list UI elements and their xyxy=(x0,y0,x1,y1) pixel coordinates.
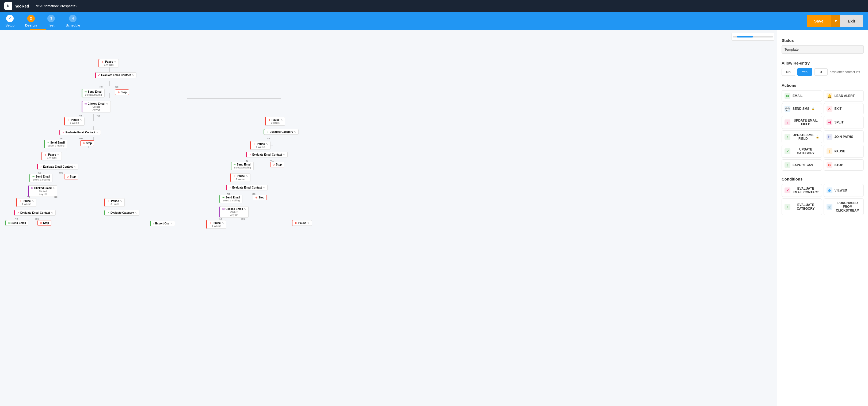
condition-purchased[interactable]: 🛒 PURCHASED FROM CLICKSTREAM xyxy=(824,198,864,215)
condition-eval-email[interactable]: ✓ EVALUATE EMAIL CONTACT xyxy=(782,184,822,197)
sidebar: Status Allow Re-entry No Yes days after … xyxy=(777,30,868,406)
node-stop-left[interactable]: ⊘ Stop xyxy=(80,140,94,146)
node-eval-email-right[interactable]: ✓ Evaluate Email Contact ✎ xyxy=(246,152,288,157)
branch-yes-2: Yes xyxy=(96,114,100,117)
lead-alert-label: LEAD ALERT xyxy=(835,94,855,98)
days-after-label: days after contact left xyxy=(830,70,860,74)
node-send-email-far-right[interactable]: ✉ Send Email Select a mailing xyxy=(219,195,242,203)
node-clicked-email-lower[interactable]: ✉ Clicked Email ✎ Clicked Any Url xyxy=(28,185,57,197)
node-pause-left-1[interactable]: ⏸ Pause ✎ 1 Weeks xyxy=(64,117,85,125)
join-paths-label: JOIN PATHS xyxy=(835,135,853,139)
node-eval-email-bottom[interactable]: ✓ Evaluate Email Contact ✎ xyxy=(14,210,56,215)
divider-3 xyxy=(782,173,864,173)
logo-icon: N xyxy=(4,2,12,10)
node-eval-cat-mid[interactable]: ✓ Evaluate Category ✎ xyxy=(104,210,140,215)
email-action-icon: ✉ xyxy=(784,93,790,99)
canvas[interactable]: ⏸ Pause ✎ 1 Weeks ✓ Evaluate Email Conta… xyxy=(0,30,777,406)
node-send-email-bottom[interactable]: ✉ Send Email xyxy=(5,220,28,226)
action-update-category[interactable]: ✓ UPDATE CATEGORY xyxy=(782,145,822,158)
branch-no-right: No xyxy=(267,137,270,140)
node-send-email-left-2[interactable]: ✉ Send Email Select a mailing xyxy=(29,174,53,182)
node-pause-far-right-bottom[interactable]: ⏸ Pause ✎ xyxy=(292,220,312,226)
node-eval-email-left-2[interactable]: ✓ Evaluate Email Contact ✎ xyxy=(37,164,79,170)
update-sms-icon: ↑ xyxy=(784,134,790,140)
canvas-inner[interactable]: ⏸ Pause ✎ 1 Weeks ✓ Evaluate Email Conta… xyxy=(0,30,777,406)
automation-name: Prospecta2 xyxy=(60,4,77,8)
node-pause-left-2[interactable]: ⏸ Pause ✎ 1 Weeks xyxy=(41,152,62,161)
action-pause[interactable]: ⏸ PAUSE xyxy=(824,145,864,158)
update-email-label: UPDATE EMAIL FIELD xyxy=(793,119,819,126)
stop-action-icon: ⊘ xyxy=(827,162,832,168)
status-field xyxy=(782,45,864,54)
sms-lock-icon: 🔒 xyxy=(811,107,815,110)
step-setup[interactable]: ✓ Setup xyxy=(5,15,14,27)
export-csv-icon: ↑ xyxy=(784,162,790,168)
step-design-label: Design xyxy=(25,23,37,27)
action-exit[interactable]: ✕ EXIT xyxy=(824,103,864,114)
eval-email-icon: ✓ xyxy=(784,187,790,193)
action-lead-alert[interactable]: 🔔 LEAD ALERT xyxy=(824,90,864,102)
save-dropdown-button[interactable]: ▼ xyxy=(831,15,840,27)
exit-button[interactable]: Exit xyxy=(840,15,863,27)
action-send-sms[interactable]: 💬 SEND SMS 🔒 xyxy=(782,103,822,114)
branch-no-far-right-2: No xyxy=(219,218,223,220)
node-pause-mid[interactable]: ⏸ Pause ✎ 3 Hours xyxy=(104,198,125,207)
days-input[interactable] xyxy=(814,68,828,76)
step-design[interactable]: 2 Design xyxy=(25,15,37,27)
export-csv-label: EXPORT CSV xyxy=(793,163,813,167)
branch-no-2: No xyxy=(79,114,82,117)
node-stop-far-right[interactable]: ⊘ Stop xyxy=(253,195,267,200)
action-split[interactable]: ⊣ SPLIT xyxy=(824,116,864,129)
save-button[interactable]: Save xyxy=(807,15,831,27)
viewed-icon: ⊙ xyxy=(827,187,832,193)
branch-yes-far-right-2: Yes xyxy=(241,218,245,220)
send-sms-label: SEND SMS xyxy=(793,107,809,111)
node-pause-bottom-left[interactable]: ⏸ Pause ✎ 1 Weeks xyxy=(16,198,36,207)
node-stop-bottom[interactable]: ⊘ Stop xyxy=(37,220,51,226)
node-pause-right-3[interactable]: ⏸ Pause ✎ 1 Weeks xyxy=(230,173,250,182)
step-schedule-label: Schedule xyxy=(66,23,80,27)
status-input[interactable] xyxy=(782,45,864,54)
step-setup-circle: ✓ xyxy=(6,15,13,22)
action-join-paths[interactable]: ⊢ JOIN PATHS xyxy=(824,130,864,143)
node-clicked-email-1[interactable]: ✉ Clicked Email ✎ Clicked Any Url xyxy=(82,101,111,113)
viewed-label: VIEWED xyxy=(835,188,847,192)
node-send-email-left-no[interactable]: ✉ Send Email Select a mailing xyxy=(44,140,67,148)
node-stop-1[interactable]: ⊘ Stop xyxy=(115,89,129,95)
branch-no-3: No xyxy=(60,137,63,140)
step-test-label: Test xyxy=(48,23,54,27)
branch-yes-3: Yes xyxy=(79,137,83,140)
node-clicked-far-right[interactable]: ✉ Clicked Email ✎ Clicked Any Url xyxy=(219,206,249,218)
node-export-csv-bottom[interactable]: ↑ Export Csv ✎ xyxy=(150,221,175,226)
node-send-email-1[interactable]: ✉ Send Email Select a mailing xyxy=(82,89,104,97)
exit-action-label: EXIT xyxy=(835,107,842,111)
sms-field-lock-icon: 🔒 xyxy=(816,136,819,139)
branch-yes-5: Yes xyxy=(54,196,58,198)
toggle-no[interactable]: No xyxy=(782,68,795,76)
action-stop[interactable]: ⊘ STOP xyxy=(824,160,864,171)
node-pause-bottom-right[interactable]: ⏸ Pause ✎ 1 Weeks xyxy=(206,220,226,229)
step-test[interactable]: 3 Test xyxy=(48,15,55,27)
node-pause-root[interactable]: ⏸ Pause ✎ 1 Weeks xyxy=(98,59,119,67)
node-pause-right-2[interactable]: ⏸ Pause ✎ 1 Weeks xyxy=(250,141,271,150)
condition-viewed[interactable]: ⊙ VIEWED xyxy=(824,184,864,197)
toggle-yes[interactable]: Yes xyxy=(797,68,812,76)
node-eval-cat-right[interactable]: ✓ Evaluate Category ✎ xyxy=(264,129,299,135)
stop-action-label: STOP xyxy=(835,163,843,167)
node-pause-right-1[interactable]: ⏸ Pause ✎ 3 Hours xyxy=(265,117,285,125)
actions-grid: ✉ EMAIL 🔔 LEAD ALERT 💬 SEND SMS 🔒 ✕ EXIT xyxy=(782,90,864,171)
node-eval-email-left[interactable]: ✓ Evaluate Email Contact ✎ xyxy=(59,129,101,135)
action-update-email[interactable]: ↑ UPDATE EMAIL FIELD xyxy=(782,116,822,129)
node-stop-left-2[interactable]: ⊘ Stop xyxy=(64,174,78,179)
allow-reentry-title: Allow Re-entry xyxy=(782,61,864,65)
action-export-csv[interactable]: ↑ EXPORT CSV xyxy=(782,160,822,171)
node-send-email-right[interactable]: ✉ Send Email Select a mailing xyxy=(230,162,254,170)
action-update-sms[interactable]: ↑ UPDATE SMS FIELD 🔒 xyxy=(782,130,822,143)
action-email[interactable]: ✉ EMAIL xyxy=(782,90,822,102)
step-schedule[interactable]: 4 Schedule xyxy=(66,15,80,27)
branch-yes-1: Yes xyxy=(115,85,119,88)
node-eval-email-far-right[interactable]: ✓ Evaluate Email Contact ✎ xyxy=(226,185,268,191)
node-stop-right[interactable]: ⊘ Stop xyxy=(270,162,284,167)
node-eval-email-1[interactable]: ✓ Evaluate Email Contact ✎ xyxy=(95,72,136,78)
condition-eval-category[interactable]: ✓ EVALUATE CATEGORY xyxy=(782,198,822,215)
